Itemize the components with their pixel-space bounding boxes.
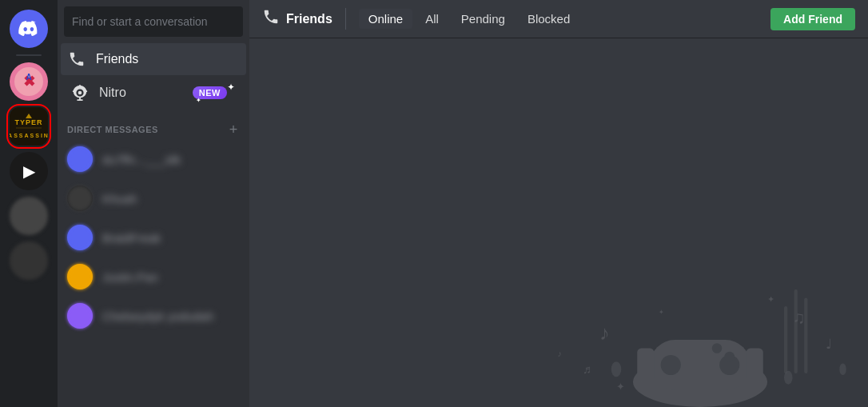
tab-blocked[interactable]: Blocked (518, 9, 579, 29)
dm-item-5[interactable]: Chelseydyk yodudah (61, 297, 246, 335)
dm-avatar-1 (67, 146, 93, 172)
search-input[interactable] (72, 15, 235, 28)
main-content: Friends Online All Pending Blocked Add F… (249, 0, 868, 407)
dm-header-label: DIRECT MESSAGES (67, 125, 158, 134)
friends-icon (67, 50, 86, 69)
dm-avatar-5 (67, 303, 93, 329)
svg-point-14 (724, 352, 735, 362)
svg-rect-27 (804, 298, 807, 374)
dm-item-1[interactable]: du7ffn...___idk (61, 140, 246, 178)
search-bar[interactable] (64, 6, 243, 37)
dm-avatar-4 (67, 264, 93, 289)
svg-point-29 (784, 371, 793, 385)
header-tabs: Online All Pending Blocked (359, 9, 579, 29)
dm-name-5: Chelseydyk yodudah (102, 309, 213, 323)
friends-nav-item[interactable]: Friends (61, 43, 246, 75)
svg-point-30 (839, 363, 846, 375)
friends-label: Friends (96, 52, 138, 66)
svg-rect-15 (637, 349, 654, 382)
server-icon-typer[interactable]: TYPER ASSASSIN (10, 107, 48, 146)
svg-text:♪: ♪ (599, 321, 610, 344)
server-icon-blurred1[interactable] (10, 197, 48, 235)
sparkle2-icon: ✦ (196, 97, 201, 104)
server-icon-1[interactable]: ✖ A (10, 62, 48, 101)
nitro-icon (70, 83, 90, 102)
svg-point-28 (611, 361, 622, 377)
dm-avatar-2 (67, 186, 93, 211)
nitro-nav-item[interactable]: Nitro NEW ✦ ✦ (61, 77, 246, 109)
channel-sidebar: Friends Nitro NEW ✦ ✦ DIRECT MESSAGES + … (58, 0, 249, 407)
decoration-illustration: ♪ ♫ ♩ ♬ ♪ ✦ ✦ ✦ (532, 239, 868, 407)
svg-point-8 (78, 91, 82, 95)
sparkle-icon: ✦ (227, 82, 235, 93)
header-friends-section: Friends (262, 8, 346, 30)
discord-home-button[interactable] (10, 10, 48, 48)
dm-name-1: du7ffn...___idk (102, 153, 181, 166)
svg-text:♪: ♪ (558, 349, 562, 358)
header-friends-icon (262, 8, 280, 30)
dm-avatar-3 (67, 225, 93, 250)
header-friends-label: Friends (286, 12, 332, 26)
dm-item-3[interactable]: BraidFreak (61, 218, 246, 257)
tab-online[interactable]: Online (359, 9, 412, 29)
svg-text:ASSASSIN: ASSASSIN (10, 133, 48, 138)
svg-text:✦: ✦ (616, 381, 625, 393)
dm-item-2[interactable]: Khuah (61, 179, 246, 217)
svg-text:✦: ✦ (659, 309, 664, 317)
main-body: ♪ ♫ ♩ ♬ ♪ ✦ ✦ ✦ (249, 38, 868, 407)
server-sidebar: ✖ A TYPER ASSASSIN ▶ (0, 0, 58, 407)
svg-rect-26 (794, 289, 798, 373)
add-friend-button[interactable]: Add Friend (770, 8, 855, 30)
svg-rect-25 (784, 306, 787, 373)
dm-name-3: BraidFreak (102, 231, 161, 245)
svg-text:♬: ♬ (583, 363, 591, 376)
svg-text:♩: ♩ (826, 337, 833, 352)
tab-all[interactable]: All (416, 9, 448, 29)
nitro-label: Nitro (99, 86, 126, 100)
svg-text:✦: ✦ (767, 294, 774, 304)
svg-rect-3 (10, 107, 48, 146)
main-header: Friends Online All Pending Blocked Add F… (249, 0, 868, 38)
svg-text:A: A (26, 73, 31, 82)
dm-item-4[interactable]: Justin.Pan (61, 257, 246, 296)
server-icon-dark[interactable]: ▶ (10, 152, 48, 190)
dm-section-header: DIRECT MESSAGES + (58, 110, 249, 139)
svg-point-13 (712, 343, 723, 353)
server-divider (16, 54, 42, 56)
svg-text:TYPER: TYPER (14, 118, 42, 126)
dm-add-button[interactable]: + (227, 123, 240, 136)
dm-name-4: Justin.Pan (102, 270, 158, 284)
tab-pending[interactable]: Pending (452, 9, 515, 29)
svg-rect-16 (747, 349, 763, 382)
dm-name-2: Khuah (102, 192, 137, 205)
dm-list: du7ffn...___idk Khuah BraidFreak Justin.… (58, 139, 249, 407)
server-icon-blurred2[interactable] (10, 241, 48, 280)
svg-point-11 (661, 355, 681, 375)
